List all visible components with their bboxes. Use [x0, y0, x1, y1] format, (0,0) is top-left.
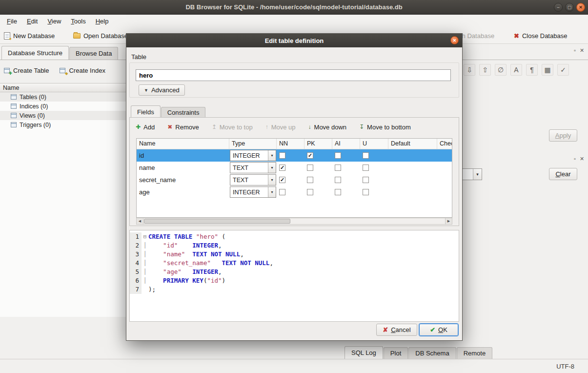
u-checkbox[interactable] — [363, 165, 369, 171]
sql-code: "age" INTEGER, — [148, 268, 222, 276]
field-row[interactable]: idINTEGER▾✓ — [137, 149, 452, 162]
type-dropdown[interactable]: TEXT▾ — [230, 162, 276, 173]
fold-marker-icon: │ — [142, 259, 148, 268]
remove-button[interactable]: ✖Remove — [167, 124, 199, 131]
column-header-u[interactable]: U — [360, 139, 388, 149]
close-button[interactable]: ✕ — [576, 3, 585, 12]
menu-help[interactable]: Help — [91, 16, 114, 26]
nn-checkbox[interactable]: ✓ — [279, 177, 285, 183]
column-header-default[interactable]: Default — [388, 139, 437, 149]
advanced-toggle-button[interactable]: ▼ Advanced — [139, 84, 185, 96]
fields-toolbar: ✚Add✖Remove↥Move to top↑Move up↓Move dow… — [136, 121, 411, 133]
dialog-title: Edit table definition — [265, 37, 324, 44]
ai-checkbox[interactable] — [335, 177, 341, 183]
dock-close-icon[interactable]: ✕ — [580, 47, 584, 54]
pk-cell — [304, 186, 332, 198]
column-header-type[interactable]: Type — [229, 139, 277, 149]
tab-remote[interactable]: Remote — [457, 347, 493, 359]
apply-button[interactable]: Apply — [549, 129, 577, 142]
move-to-top-label: Move to top — [220, 124, 253, 131]
move-to-bottom-button[interactable]: ↧Move to bottom — [359, 124, 411, 131]
ai-checkbox[interactable] — [335, 152, 341, 159]
column-header-ai[interactable]: AI — [332, 139, 360, 149]
field-row[interactable]: secret_nameTEXT▾✓ — [137, 174, 452, 186]
type-dropdown[interactable]: INTEGER▾ — [230, 150, 276, 161]
type-dropdown[interactable]: TEXT▾ — [230, 174, 276, 186]
u-checkbox[interactable] — [363, 189, 369, 195]
encoding-indicator[interactable]: UTF-8 — [556, 363, 574, 370]
dialog-tab-constraints[interactable]: Constraints — [161, 107, 206, 118]
create-index-button[interactable]: Create Index — [60, 64, 105, 77]
nn-checkbox[interactable]: ✓ — [279, 165, 285, 171]
scroll-right-icon[interactable]: ▶ — [445, 218, 452, 224]
clear-button[interactable]: Clear — [549, 168, 577, 180]
scroll-left-icon[interactable]: ◀ — [137, 218, 143, 224]
column-header-pk[interactable]: PK — [304, 139, 332, 149]
column-header-check[interactable]: Check — [437, 139, 452, 149]
pk-cell: ✓ — [304, 149, 332, 162]
move-top-icon: ↥ — [212, 124, 217, 130]
ok-button[interactable]: ✔ OK — [419, 324, 458, 336]
field-row[interactable]: ageINTEGER▾ — [137, 186, 452, 198]
menu-tools[interactable]: Tools — [66, 16, 90, 26]
create-index-label: Create Index — [69, 67, 105, 74]
fields-grid: NameTypeNNPKAIUDefaultCheck idINTEGER▾✓n… — [136, 138, 452, 218]
line-number: 6 — [130, 276, 142, 285]
pk-checkbox[interactable] — [307, 165, 313, 171]
dock-float-icon[interactable]: ▫ — [574, 156, 576, 162]
fold-marker-icon[interactable]: ⊟ — [142, 232, 148, 241]
cancel-button[interactable]: ✘ Cancel — [376, 324, 417, 336]
type-dropdown[interactable]: INTEGER▾ — [230, 186, 276, 198]
move-to-top-button: ↥Move to top — [212, 124, 253, 131]
dock-controls-top: ▫ ✕ — [574, 47, 584, 54]
maximize-button[interactable]: ▢ — [565, 3, 574, 12]
nn-checkbox[interactable] — [279, 189, 285, 195]
open-database-button[interactable]: Open Database — [73, 30, 128, 41]
ai-checkbox[interactable] — [335, 165, 341, 171]
column-header-nn[interactable]: NN — [277, 139, 304, 149]
pk-checkbox[interactable]: ✓ — [307, 152, 313, 159]
type-value: INTEGER — [233, 189, 260, 196]
sql-line: 4│ "secret_name" TEXT NOT NULL, — [130, 259, 459, 268]
nn-cell: ✓ — [277, 174, 304, 186]
u-checkbox[interactable] — [363, 177, 369, 183]
add-button[interactable]: ✚Add — [136, 124, 155, 131]
close-database-button[interactable]: ✖ Close Database — [514, 30, 567, 41]
ai-checkbox[interactable] — [335, 189, 341, 195]
tab-sql-log[interactable]: SQL Log — [345, 346, 383, 359]
horizontal-scrollbar[interactable]: ◀ ▶ — [136, 218, 452, 225]
tab-browse-data[interactable]: Browse Data — [69, 47, 118, 60]
sql-code: "id" INTEGER, — [148, 241, 222, 250]
tab-db-schema[interactable]: DB Schema — [408, 347, 456, 359]
table-name-input[interactable] — [136, 69, 451, 81]
tab-database-structure[interactable]: Database Structure — [1, 46, 69, 60]
create-table-button[interactable]: Create Table — [4, 64, 49, 77]
pk-checkbox[interactable] — [307, 189, 313, 195]
dock-close-icon[interactable]: ✕ — [580, 156, 584, 162]
dialog-tab-fields[interactable]: Fields — [131, 105, 161, 118]
line-number: 4 — [130, 259, 142, 268]
field-row[interactable]: nameTEXT▾✓ — [137, 162, 452, 174]
minimize-button[interactable]: – — [554, 3, 563, 12]
chevron-down-icon: ▼ — [144, 88, 148, 93]
menu-file[interactable]: File — [2, 16, 22, 26]
nn-checkbox[interactable] — [279, 152, 285, 159]
dialog-close-button[interactable]: ✕ — [450, 36, 459, 44]
tab-plot[interactable]: Plot — [384, 347, 408, 359]
move-down-button[interactable]: ↓Move down — [308, 124, 346, 131]
open-folder-icon — [73, 33, 81, 39]
ai-cell — [332, 162, 360, 174]
menu-view[interactable]: View — [42, 16, 66, 26]
create-index-icon — [60, 68, 65, 73]
column-header-name[interactable]: Name — [137, 139, 229, 149]
u-checkbox[interactable] — [363, 152, 369, 159]
fold-marker-icon: │ — [142, 268, 148, 276]
type-value: TEXT — [233, 177, 248, 184]
scrollbar-thumb[interactable] — [144, 219, 290, 224]
grid-icon: ▦ — [544, 66, 550, 74]
default-cell — [388, 174, 437, 186]
dock-float-icon[interactable]: ▫ — [574, 47, 576, 54]
pk-checkbox[interactable] — [307, 177, 313, 183]
new-database-button[interactable]: New Database — [4, 30, 55, 41]
menu-edit[interactable]: Edit — [22, 16, 42, 26]
